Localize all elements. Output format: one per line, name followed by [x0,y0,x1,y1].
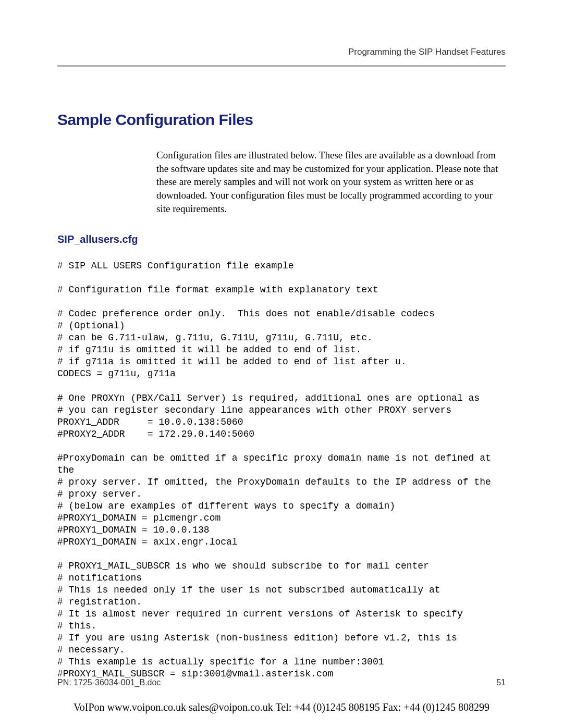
section-header: Programming the SIP Handset Features [57,47,506,57]
contact-info: VoIPon www.voipon.co.uk sales@voipon.co.… [0,701,563,713]
footer-page-number: 51 [496,678,506,687]
subsection-heading: SIP_allusers.cfg [57,233,506,245]
footer-doc-id: PN: 1725-36034-001_B.doc [57,678,161,687]
intro-paragraph: Configuration files are illustrated belo… [156,149,506,215]
main-heading: Sample Configuration Files [57,111,506,129]
config-code-block: # SIP ALL USERS Configuration file examp… [57,260,506,680]
header-divider [57,65,506,67]
